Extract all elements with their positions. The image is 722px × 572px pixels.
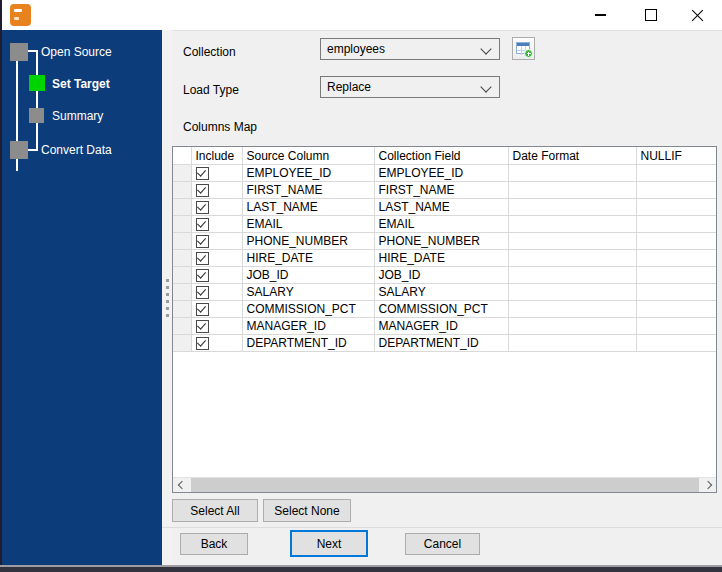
source-column-cell: FIRST_NAME [242, 182, 374, 199]
row-selector[interactable] [173, 182, 191, 199]
close-button[interactable] [682, 1, 712, 29]
include-checkbox[interactable] [196, 337, 209, 350]
include-checkbox[interactable] [196, 252, 209, 265]
header-nullif[interactable]: NULLIF [636, 147, 717, 165]
row-selector[interactable] [173, 318, 191, 335]
nullif-cell[interactable] [636, 165, 717, 182]
row-selector[interactable] [173, 284, 191, 301]
include-checkbox[interactable] [196, 167, 209, 180]
nullif-cell[interactable] [636, 301, 717, 318]
table-row: COMMISSION_PCTCOMMISSION_PCT [173, 301, 717, 318]
date-format-cell[interactable] [508, 199, 636, 216]
collection-field-cell[interactable]: EMPLOYEE_ID [374, 165, 508, 182]
nullif-cell[interactable] [636, 267, 717, 284]
date-format-cell[interactable] [508, 318, 636, 335]
include-cell [191, 301, 242, 318]
back-button[interactable]: Back [180, 533, 248, 555]
include-checkbox[interactable] [196, 201, 209, 214]
include-cell [191, 335, 242, 352]
include-cell [191, 284, 242, 301]
collection-dropdown[interactable]: employees [320, 38, 500, 60]
row-selector[interactable] [173, 335, 191, 352]
chevron-down-icon [480, 43, 491, 54]
source-column-cell: DEPARTMENT_ID [242, 335, 374, 352]
date-format-cell[interactable] [508, 165, 636, 182]
collection-field-cell[interactable]: SALARY [374, 284, 508, 301]
maximize-button[interactable] [636, 1, 666, 29]
collection-field-cell[interactable]: JOB_ID [374, 267, 508, 284]
horizontal-scrollbar[interactable] [173, 477, 716, 492]
window-left-border [0, 0, 2, 572]
splitter-grip [166, 279, 169, 282]
row-selector[interactable] [173, 165, 191, 182]
scroll-left-button[interactable] [173, 478, 188, 492]
plus-icon [524, 49, 533, 58]
sidebar-item-summary: Summary [52, 109, 103, 123]
header-source-column[interactable]: Source Column [242, 147, 374, 165]
nullif-cell[interactable] [636, 318, 717, 335]
nullif-cell[interactable] [636, 250, 717, 267]
scroll-right-button[interactable] [701, 478, 716, 492]
collection-field-cell[interactable]: FIRST_NAME [374, 182, 508, 199]
include-checkbox[interactable] [196, 235, 209, 248]
date-format-cell[interactable] [508, 335, 636, 352]
header-collection-field[interactable]: Collection Field [374, 147, 508, 165]
header-date-format[interactable]: Date Format [508, 147, 636, 165]
date-format-cell[interactable] [508, 216, 636, 233]
wizard-connector-line [36, 50, 38, 151]
collection-field-cell[interactable]: HIRE_DATE [374, 250, 508, 267]
include-checkbox[interactable] [196, 320, 209, 333]
collection-field-cell[interactable]: LAST_NAME [374, 199, 508, 216]
nullif-cell[interactable] [636, 233, 717, 250]
row-selector[interactable] [173, 250, 191, 267]
nullif-cell[interactable] [636, 284, 717, 301]
header-include[interactable]: Include [191, 147, 242, 165]
sidebar-item-set-target: Set Target [52, 77, 110, 91]
splitter-handle[interactable] [162, 30, 172, 565]
date-format-cell[interactable] [508, 250, 636, 267]
collection-field-cell[interactable]: MANAGER_ID [374, 318, 508, 335]
date-format-cell[interactable] [508, 182, 636, 199]
date-format-cell[interactable] [508, 233, 636, 250]
row-selector[interactable] [173, 199, 191, 216]
include-cell [191, 199, 242, 216]
minimize-button[interactable] [585, 1, 615, 29]
include-cell [191, 267, 242, 284]
include-checkbox[interactable] [196, 286, 209, 299]
step-marker-set-target [29, 75, 45, 91]
close-icon [691, 9, 704, 22]
select-all-button[interactable]: Select All [172, 499, 258, 522]
include-checkbox[interactable] [196, 218, 209, 231]
collection-field-cell[interactable]: EMAIL [374, 216, 508, 233]
row-selector[interactable] [173, 267, 191, 284]
nullif-cell[interactable] [636, 216, 717, 233]
include-checkbox[interactable] [196, 303, 209, 316]
date-format-cell[interactable] [508, 267, 636, 284]
date-format-cell[interactable] [508, 284, 636, 301]
select-none-button[interactable]: Select None [263, 499, 351, 522]
nullif-cell[interactable] [636, 199, 717, 216]
panel-separator [162, 527, 722, 528]
include-checkbox[interactable] [196, 269, 209, 282]
scrollbar-thumb[interactable] [191, 478, 699, 492]
add-collection-button[interactable] [512, 37, 535, 60]
row-selector[interactable] [173, 233, 191, 250]
window-bottom-border [0, 565, 722, 572]
collection-field-cell[interactable]: COMMISSION_PCT [374, 301, 508, 318]
table-row: JOB_IDJOB_ID [173, 267, 717, 284]
include-checkbox[interactable] [196, 184, 209, 197]
nullif-cell[interactable] [636, 335, 717, 352]
row-selector[interactable] [173, 216, 191, 233]
nullif-cell[interactable] [636, 182, 717, 199]
cancel-button[interactable]: Cancel [405, 533, 480, 555]
table-row: LAST_NAMELAST_NAME [173, 199, 717, 216]
row-selector[interactable] [173, 301, 191, 318]
load-type-dropdown[interactable]: Replace [320, 76, 500, 98]
collection-field-cell[interactable]: DEPARTMENT_ID [374, 335, 508, 352]
table-row: MANAGER_IDMANAGER_ID [173, 318, 717, 335]
source-column-cell: EMAIL [242, 216, 374, 233]
collection-field-cell[interactable]: PHONE_NUMBER [374, 233, 508, 250]
date-format-cell[interactable] [508, 301, 636, 318]
source-column-cell: LAST_NAME [242, 199, 374, 216]
next-button[interactable]: Next [290, 530, 368, 557]
